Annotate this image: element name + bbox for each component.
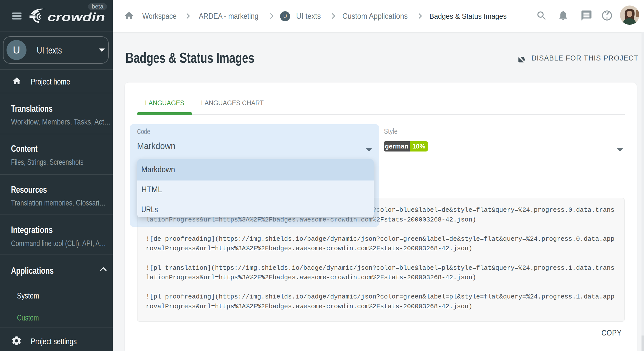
svg-text:crowdin: crowdin <box>48 10 105 24</box>
